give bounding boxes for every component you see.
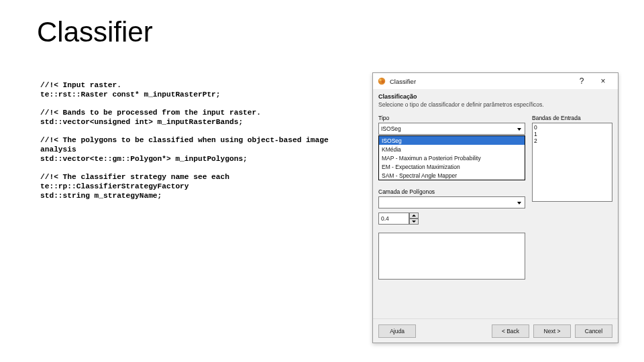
- dropdown-option[interactable]: KMédia: [379, 145, 525, 154]
- dialog-titlebar[interactable]: Classifier ? ×: [373, 73, 618, 89]
- threshold-stepper[interactable]: 0.4: [378, 213, 419, 225]
- code-line: //!< Bands to be processed from the inpu…: [40, 108, 349, 117]
- bandas-listbox[interactable]: 0 1 2: [532, 123, 612, 202]
- next-button[interactable]: Next >: [533, 324, 571, 338]
- back-button[interactable]: < Back: [492, 324, 529, 338]
- dropdown-option[interactable]: ISOSeg: [379, 136, 525, 145]
- spin-up-icon[interactable]: [409, 213, 419, 219]
- list-item[interactable]: 2: [534, 137, 610, 144]
- list-item[interactable]: 0: [534, 124, 610, 131]
- section-title: Classificação: [378, 93, 612, 100]
- tipo-dropdown: ISOSeg KMédia MAP - Maximun a Posteriori…: [378, 135, 525, 180]
- cancel-button[interactable]: Cancel: [575, 324, 612, 338]
- chevron-down-icon: [515, 198, 523, 207]
- tipo-combobox[interactable]: ISOSeg: [378, 123, 525, 135]
- dropdown-option[interactable]: EM - Expectation Maximization: [379, 162, 525, 171]
- code-line: te::rst::Raster const* m_inputRasterPtr;: [40, 90, 349, 99]
- code-line: std::string m_strategyName;: [40, 191, 349, 200]
- spin-down-icon[interactable]: [409, 219, 419, 225]
- chevron-down-icon: [515, 125, 523, 133]
- tipo-value: ISOSeg: [381, 125, 401, 132]
- bandas-label: Bandas de Entrada: [532, 115, 612, 121]
- polygon-panel: [378, 233, 525, 280]
- code-block: //!< Input raster. te::rst::Raster const…: [40, 80, 349, 209]
- camada-label: Camada de Polígonos: [378, 188, 525, 195]
- code-line: //!< The classifier strategy name see ea…: [40, 172, 349, 191]
- svg-point-1: [379, 79, 382, 82]
- classifier-dialog: Classifier ? × Classificação Selecione o…: [372, 72, 619, 343]
- svg-point-2: [382, 80, 384, 83]
- threshold-value: 0.4: [378, 213, 409, 225]
- dropdown-option[interactable]: SAM - Spectral Angle Mapper: [379, 171, 525, 180]
- code-line: std::vector<te::gm::Polygon*> m_inputPol…: [40, 154, 349, 164]
- dropdown-option[interactable]: MAP - Maximun a Posteriori Probability: [379, 154, 525, 162]
- tipo-label: Tipo: [378, 115, 525, 121]
- help-icon[interactable]: ?: [571, 74, 592, 88]
- close-icon[interactable]: ×: [592, 74, 614, 88]
- app-icon: [377, 76, 386, 86]
- camada-combobox[interactable]: [378, 196, 525, 208]
- code-line: std::vector<unsigned int> m_inputRasterB…: [40, 117, 349, 127]
- dialog-body: Classificação Selecione o tipo de classi…: [373, 89, 618, 280]
- list-item[interactable]: 1: [534, 131, 610, 137]
- section-subtitle: Selecione o tipo de classificador e defi…: [378, 101, 612, 108]
- code-line: //!< The polygons to be classified when …: [40, 135, 349, 154]
- help-button[interactable]: Ajuda: [378, 324, 416, 338]
- dialog-footer: Ajuda < Back Next > Cancel: [373, 318, 618, 343]
- code-line: //!< Input raster.: [40, 80, 349, 90]
- dialog-title: Classifier: [390, 78, 571, 85]
- page-title: Classifier: [37, 16, 153, 48]
